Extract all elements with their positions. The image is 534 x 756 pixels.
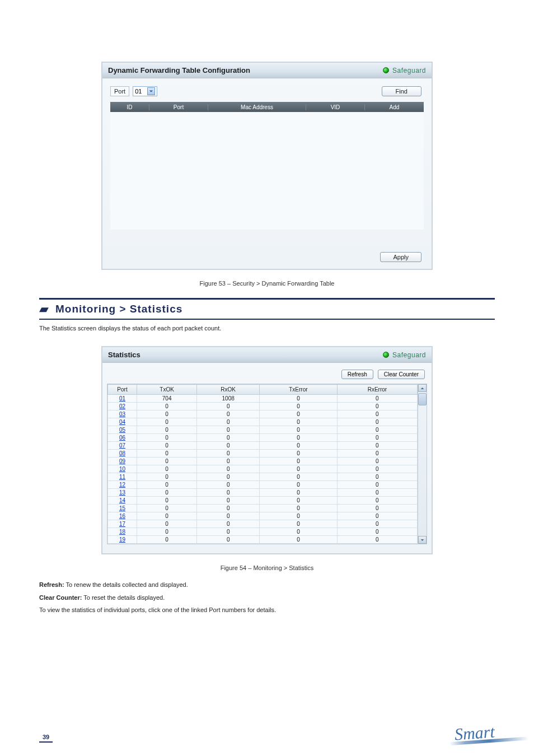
cell-port[interactable]: 12 xyxy=(108,481,137,489)
port-select[interactable]: 01 xyxy=(133,86,157,96)
cell-txok: 0 xyxy=(137,481,197,489)
cell-rxerr: 0 xyxy=(337,497,417,505)
cell-rxok: 0 xyxy=(197,520,260,528)
cell-txerr: 0 xyxy=(260,473,338,481)
port-link[interactable]: 12 xyxy=(119,482,125,488)
cell-txerr: 0 xyxy=(260,403,338,410)
port-link[interactable]: 15 xyxy=(119,505,125,511)
col-port: Port xyxy=(108,385,137,395)
statistics-panel: Statistics Safeguard Refresh Clear Count… xyxy=(101,346,433,554)
cell-txerr: 0 xyxy=(260,489,338,497)
port-link[interactable]: 02 xyxy=(119,403,125,409)
scroll-down-icon[interactable] xyxy=(418,536,427,544)
cell-port[interactable]: 15 xyxy=(108,505,137,512)
cell-port[interactable]: 19 xyxy=(108,536,137,544)
cell-rxerr: 0 xyxy=(337,434,417,442)
port-link[interactable]: 03 xyxy=(119,411,125,417)
cell-port[interactable]: 07 xyxy=(108,442,137,450)
cell-txok: 0 xyxy=(137,450,197,458)
port-link[interactable]: 16 xyxy=(119,513,125,519)
cell-port[interactable]: 03 xyxy=(108,410,137,418)
port-link[interactable]: 13 xyxy=(119,489,125,496)
port-link[interactable]: 06 xyxy=(119,435,125,441)
cell-txok: 0 xyxy=(137,410,197,418)
scroll-up-icon[interactable] xyxy=(418,384,427,392)
cell-rxerr: 0 xyxy=(337,489,417,497)
port-link[interactable]: 19 xyxy=(119,536,125,543)
table-row: 170000 xyxy=(108,520,418,528)
cell-txok: 0 xyxy=(137,434,197,442)
port-link[interactable]: 09 xyxy=(119,458,125,464)
table-row: 150000 xyxy=(108,505,418,512)
cell-port[interactable]: 01 xyxy=(108,395,137,403)
cell-rxok: 0 xyxy=(197,505,260,512)
cell-port[interactable]: 16 xyxy=(108,512,137,520)
safeguard-dot-icon xyxy=(383,67,389,73)
cell-rxok: 0 xyxy=(197,536,260,544)
table-row: 180000 xyxy=(108,528,418,536)
cell-txerr: 0 xyxy=(260,536,338,544)
cell-rxerr: 0 xyxy=(337,512,417,520)
port-link[interactable]: 18 xyxy=(119,529,125,535)
cell-rxerr: 0 xyxy=(337,473,417,481)
cell-port[interactable]: 13 xyxy=(108,489,137,497)
scrollbar[interactable] xyxy=(418,384,427,544)
page-number: 39 xyxy=(39,734,53,743)
cell-port[interactable]: 11 xyxy=(108,473,137,481)
table-row: 030000 xyxy=(108,410,418,418)
cell-txerr: 0 xyxy=(260,481,338,489)
cell-port[interactable]: 02 xyxy=(108,403,137,410)
port-link[interactable]: 17 xyxy=(119,521,125,527)
dropdown-icon[interactable] xyxy=(147,87,155,95)
section-divider-top xyxy=(39,298,495,300)
scroll-thumb[interactable] xyxy=(418,393,427,405)
port-link[interactable]: 04 xyxy=(119,419,125,425)
cell-txerr: 0 xyxy=(260,418,338,426)
col-mac: Mac Address xyxy=(208,104,306,110)
cell-port[interactable]: 09 xyxy=(108,458,137,465)
cell-port[interactable]: 08 xyxy=(108,450,137,458)
port-link[interactable]: 11 xyxy=(119,474,125,480)
find-button[interactable]: Find xyxy=(382,86,421,96)
cell-rxerr: 0 xyxy=(337,465,417,473)
port-link[interactable]: 08 xyxy=(119,450,125,456)
apply-button[interactable]: Apply xyxy=(380,252,421,262)
panel-header: Statistics Safeguard xyxy=(102,347,432,363)
cell-rxerr: 0 xyxy=(337,536,417,544)
cell-txok: 0 xyxy=(137,465,197,473)
cell-rxerr: 0 xyxy=(337,458,417,465)
refresh-button[interactable]: Refresh xyxy=(341,370,373,379)
cell-port[interactable]: 10 xyxy=(108,465,137,473)
table-row: 100000 xyxy=(108,465,418,473)
cell-port[interactable]: 14 xyxy=(108,497,137,505)
scroll-track[interactable] xyxy=(418,392,427,536)
cell-port[interactable]: 17 xyxy=(108,520,137,528)
table-row: 060000 xyxy=(108,434,418,442)
cell-port[interactable]: 06 xyxy=(108,434,137,442)
table-row: 01704100800 xyxy=(108,395,418,403)
port-link[interactable]: 05 xyxy=(119,427,125,433)
table-row: 160000 xyxy=(108,512,418,520)
cell-port[interactable]: 05 xyxy=(108,426,137,434)
cell-txerr: 0 xyxy=(260,528,338,536)
port-link[interactable]: 07 xyxy=(119,442,125,449)
table-row: 120000 xyxy=(108,481,418,489)
port-link[interactable]: 01 xyxy=(119,395,125,402)
cell-rxok: 0 xyxy=(197,473,260,481)
cell-port[interactable]: 04 xyxy=(108,418,137,426)
col-rxok: RxOK xyxy=(197,385,260,395)
cell-rxok: 0 xyxy=(197,528,260,536)
panel-title: Statistics xyxy=(108,351,140,359)
cell-rxok: 0 xyxy=(197,481,260,489)
cell-rxerr: 0 xyxy=(337,426,417,434)
clear-counter-button[interactable]: Clear Counter xyxy=(378,370,425,379)
table-row: 190000 xyxy=(108,536,418,544)
cell-rxerr: 0 xyxy=(337,442,417,450)
figure-54-label: Figure 54 – Monitoring > Statistics xyxy=(39,564,495,571)
cell-port[interactable]: 18 xyxy=(108,528,137,536)
port-link[interactable]: 10 xyxy=(119,466,125,472)
port-link-desc: To view the statistics of individual por… xyxy=(39,605,495,615)
cell-txok: 0 xyxy=(137,426,197,434)
cell-rxok: 0 xyxy=(197,418,260,426)
port-link[interactable]: 14 xyxy=(119,497,125,503)
